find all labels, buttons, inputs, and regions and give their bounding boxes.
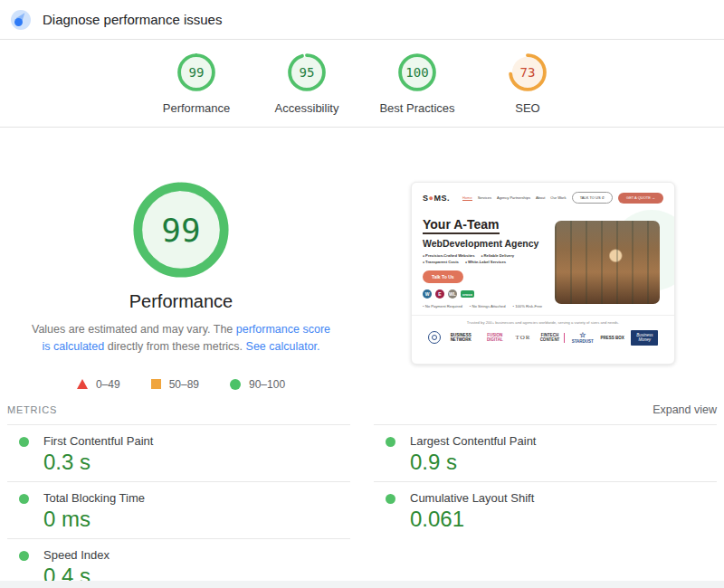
screenshot-nav-item: Our Work [550, 195, 566, 201]
score-value: 95 [288, 53, 326, 91]
screenshot-tech-logos: WEWLcroco [423, 289, 558, 299]
expand-view-link[interactable]: Expand view [653, 403, 717, 416]
metric-name: Total Blocking Time [43, 491, 350, 505]
category-label: Performance [163, 101, 230, 115]
description-text: directly from these metrics. [104, 340, 245, 353]
metric-largest-contentful-paint: Largest Contentful Paint 0.9 s [374, 424, 717, 481]
legend-range-label: 90–100 [249, 378, 285, 391]
category-gauge-seo[interactable]: 73 SEO [482, 53, 573, 115]
metric-total-blocking-time: Total Blocking Time 0 ms [7, 481, 350, 538]
metrics-section: METRICS Expand view First Contentful Pai… [0, 403, 724, 588]
legend-shape-icon [230, 379, 241, 390]
metrics-caption: METRICS [7, 404, 57, 415]
next-section-edge [0, 581, 724, 588]
metric-status-icon [19, 494, 29, 504]
report-body: 99 Performance Values are estimated and … [0, 128, 724, 391]
screenshot-site-header: S●MS. HomeServicesAgency PartnershipsAbo… [412, 183, 674, 207]
performance-section-title: Performance [0, 291, 362, 312]
screenshot-hero: Your A-Team WebDevelopment Agency Precis… [412, 207, 674, 299]
screenshot-hero-subtitle: WebDevelopment Agency [423, 238, 558, 249]
performance-gauge: 99 [133, 182, 229, 278]
legend-item: 90–100 [230, 378, 285, 391]
metric-value: 0.3 s [43, 450, 350, 474]
screenshot-badge: 100% Risk-Free [513, 304, 543, 308]
metric-value: 0.9 s [410, 450, 717, 474]
metric-name: First Contentful Paint [43, 434, 350, 448]
screenshot-hero-bullet: White-Label Services [465, 260, 506, 264]
score-legend: 0–49 50–89 90–100 [0, 378, 362, 391]
screenshot-site-logo: S●MS. [423, 194, 450, 203]
screenshot-office-photo [555, 221, 660, 304]
performance-overview: 99 Performance Values are estimated and … [0, 182, 362, 391]
metric-value: 0 ms [43, 507, 350, 531]
metrics-grid: First Contentful Paint 0.3 s Largest Con… [7, 424, 717, 588]
screenshot-partner-logos: BUSINESS NETWORKFUSION DIGITALTORFINTECH… [412, 325, 674, 346]
legend-shape-icon [151, 379, 161, 389]
wp-league-logo: WL [448, 289, 457, 299]
score-value: 100 [398, 53, 436, 91]
business-network-logo: BUSINESS NETWORK [447, 333, 474, 343]
category-gauge-performance[interactable]: 99 Performance [151, 53, 242, 115]
score-gauge: 95 [288, 53, 326, 91]
score-gauge: 73 [509, 53, 547, 91]
screenshot-badge: No Strings Attached [470, 304, 506, 308]
legend-range-label: 0–49 [96, 378, 120, 391]
business-money-logo: Business Money [631, 330, 658, 346]
description-text: Values are estimated and may vary. The [32, 323, 236, 336]
performance-description: Values are estimated and may vary. The p… [26, 321, 336, 356]
category-label: Accessibility [275, 101, 339, 115]
screenshot-nav-item: About [536, 195, 545, 201]
screenshot-trust-section: Trusted by 200+ businesses and agencies … [412, 315, 674, 346]
category-scores-row: 99 Performance 95 Accessibility 100 Best… [0, 40, 724, 128]
screenshot-hero-bullet: Transparent Costs [423, 260, 459, 264]
metric-name: Speed Index [43, 548, 350, 562]
pagespeed-insights-icon [11, 10, 31, 30]
fintech-content-logo: FINTECH CONTENT [538, 333, 565, 343]
score-value: 99 [177, 53, 215, 91]
category-gauge-best-practices[interactable]: 100 Best Practices [372, 53, 462, 115]
screenshot-hero-bullets: Precision-Crafted WebsitesReliable Deliv… [423, 253, 549, 264]
legend-range-label: 50–89 [169, 378, 199, 391]
metric-value: 0.061 [410, 507, 717, 531]
crocoblock-logo: croco [461, 290, 474, 298]
screenshot-hero-bullet: Precision-Crafted Websites [423, 253, 474, 258]
screenshot-badge: No Payment Required [423, 304, 462, 308]
tor-logo: TOR [516, 334, 531, 341]
screenshot-hero-bullet: Reliable Delivery [481, 253, 514, 258]
press-box-logo: PRESS BOX [600, 336, 624, 340]
fusion-digital-logo: FUSION DIGITAL [481, 333, 509, 343]
metric-status-icon [19, 551, 29, 561]
screenshot-nav: HomeServicesAgency PartnershipsAboutOur … [462, 195, 566, 201]
legend-item: 0–49 [77, 378, 120, 391]
metric-status-icon [19, 437, 29, 447]
legend-shape-icon [77, 379, 88, 389]
page-screenshot-thumbnail: S●MS. HomeServicesAgency PartnershipsAbo… [411, 182, 675, 365]
screenshot-quote-button: GET A QUOTE → [618, 193, 663, 204]
page-title: Diagnose performance issues [43, 12, 222, 27]
screenshot-badges: No Payment RequiredNo Strings Attached10… [412, 299, 674, 308]
screenshot-talk-button: TALK TO US ✆ [572, 192, 613, 204]
screenshot-nav-item: Home [462, 195, 472, 201]
category-label: Best Practices [379, 101, 454, 115]
screenshot-nav-item: Services [478, 195, 491, 201]
legend-item: 50–89 [151, 378, 199, 391]
see-calculator-link[interactable]: See calculator. [246, 340, 320, 353]
score-gauge: 100 [398, 53, 436, 91]
category-gauge-accessibility[interactable]: 95 Accessibility [262, 53, 352, 115]
screenshot-nav-item: Agency Partnerships [497, 195, 530, 201]
score-value: 73 [509, 53, 547, 91]
metric-first-contentful-paint: First Contentful Paint 0.3 s [7, 424, 350, 481]
wordpress-logo: W [423, 289, 432, 299]
stardust-logo: STARDUST [572, 331, 594, 345]
target-emblem-logo [428, 331, 441, 344]
category-label: SEO [515, 101, 539, 115]
performance-score-value: 99 [133, 182, 229, 278]
metric-name: Largest Contentful Paint [410, 434, 717, 448]
metric-name: Cumulative Layout Shift [410, 491, 717, 505]
screenshot-hero-title: Your A-Team [423, 217, 500, 234]
page-header: Diagnose performance issues [0, 0, 724, 40]
screenshot-column: S●MS. HomeServicesAgency PartnershipsAbo… [362, 182, 724, 391]
elementor-logo: E [435, 289, 444, 299]
score-gauge: 99 [177, 53, 215, 91]
metric-cumulative-layout-shift: Cumulative Layout Shift 0.061 [374, 481, 717, 538]
